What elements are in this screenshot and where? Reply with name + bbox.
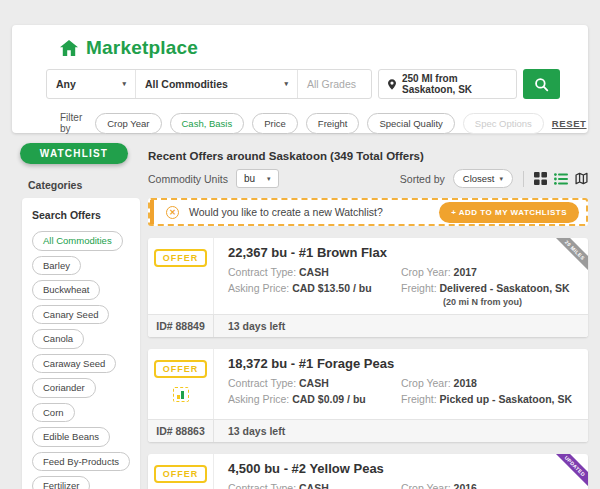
location-input[interactable]: 250 MI from Saskatoon, SK [378,69,517,99]
chevron-down-icon [267,175,271,183]
freight-label: Freight: [401,282,437,294]
chevron-down-icon [122,80,126,88]
dismiss-circle-icon[interactable] [166,206,179,219]
map-view-icon[interactable] [575,172,588,185]
offer-time-left: 13 days left [214,315,588,337]
offer-badge: OFFER [154,360,208,378]
asking-price-value: CAD $0.09 / bu [292,393,366,405]
sidebar: WATCHLIST Categories Search Offers All C… [12,143,140,489]
offer-badge: OFFER [154,465,208,483]
filter-pill-crop-year[interactable]: Crop Year [95,113,161,134]
search-button[interactable] [523,69,560,99]
filter-pill-price[interactable]: Price [252,113,298,134]
offer-time-left: 13 days left [214,420,588,442]
search-group: Any All Commodities All Grades [46,69,372,99]
categories-panel: Search Offers All Commodities Barley Buc… [22,198,140,489]
offer-card[interactable]: 20 MILES OFFER 22,367 bu - #1 Brown Flax… [148,238,588,337]
commodity-units-label: Commodity Units [148,173,228,185]
filter-by-label: Filter by [60,112,82,134]
home-icon [60,40,78,56]
crop-year-label: Crop Year: [401,266,451,278]
offer-badge-column: OFFER [148,238,214,314]
category-canola[interactable]: Canola [32,329,84,349]
offer-title: 22,367 bu - #1 Brown Flax [228,245,574,260]
offer-body: 22,367 bu - #1 Brown Flax Contract Type:… [214,238,588,314]
offer-title: 4,500 bu - #2 Yellow Peas [228,461,574,476]
asking-price-label: Asking Price: [228,282,289,294]
category-canary-seed[interactable]: Canary Seed [32,305,109,325]
header-card: Marketplace Any All Commodities All Grad… [12,25,588,133]
category-corn[interactable]: Corn [32,403,75,423]
commodity-units-select[interactable]: bu [236,169,279,188]
offer-type-select[interactable]: Any [47,70,135,98]
category-edible-beans[interactable]: Edible Beans [32,427,110,447]
results-heading: Recent Offers around Saskatoon (349 Tota… [148,150,588,162]
watchlist-button[interactable]: WATCHLIST [20,143,128,164]
search-icon [534,77,549,92]
offer-footer: ID# 88863 13 days left [148,419,588,442]
chart-icon [173,387,189,402]
category-buckwheat[interactable]: Buckwheat [32,280,100,300]
filter-pill-spec-options: Spec Options [463,113,544,134]
brand: Marketplace [60,37,560,59]
category-all-commodities[interactable]: All Commodities [32,231,123,251]
offer-id: ID# 88849 [148,315,214,337]
grades-input[interactable]: All Grades [297,70,371,98]
freight-label: Freight: [401,393,437,405]
sorted-by-label: Sorted by [400,173,445,185]
offer-badge: OFFER [154,249,208,267]
sort-select[interactable]: Closest [453,169,513,188]
offer-id: ID# 88863 [148,420,214,442]
category-feed-by-products[interactable]: Feed By-Products [32,452,130,472]
category-barley[interactable]: Barley [32,256,81,276]
page-title: Marketplace [86,37,198,59]
corner-ribbon: UPDATED [556,454,588,486]
offers-main: Recent Offers around Saskatoon (349 Tota… [148,150,588,489]
chevron-down-icon [284,80,288,88]
offer-body: 4,500 bu - #2 Yellow Peas Contract Type:… [214,454,588,489]
filter-pill-cash-basis[interactable]: Cash, Basis [170,113,245,134]
filter-pill-special-quality[interactable]: Special Quality [367,113,454,134]
contract-type-value: CASH [299,482,329,489]
chevron-down-icon [499,175,503,183]
filter-bar: Filter by Crop Year Cash, Basis Price Fr… [60,112,560,134]
list-view-icon[interactable] [554,173,568,185]
contract-type-label: Contract Type: [228,266,296,278]
category-caraway-seed[interactable]: Caraway Seed [32,354,116,374]
filter-pill-freight[interactable]: Freight [306,113,360,134]
banner-message: Would you like to create a new Watchlist… [189,206,383,218]
freight-distance-note: (20 mi N from you) [443,297,574,308]
grid-view-icon[interactable] [534,172,547,185]
offer-card[interactable]: OFFER 18,372 bu - #1 Forage Peas Contrac… [148,349,588,442]
location-pin-icon [388,79,396,90]
crop-year-label: Crop Year: [401,482,451,489]
reset-filters-link[interactable]: RESET [552,118,587,129]
contract-type-label: Contract Type: [228,377,296,389]
offer-title: 18,372 bu - #1 Forage Peas [228,356,574,371]
watchlist-banner: Would you like to create a new Watchlist… [148,198,588,226]
offer-badge-column: OFFER [148,349,214,419]
offer-footer: ID# 88849 13 days left [148,314,588,337]
crop-year-value: 2018 [454,377,477,389]
freight-value: Picked up - Saskatoon, SK [440,393,572,405]
search-bar: Any All Commodities All Grades 250 MI fr… [46,69,560,99]
asking-price-value: CAD $13.50 / bu [292,282,371,294]
asking-price-label: Asking Price: [228,393,289,405]
offer-card[interactable]: UPDATED OFFER 4,500 bu - #2 Yellow Peas … [148,454,588,489]
categories-heading: Categories [28,179,140,191]
crop-year-label: Crop Year: [401,377,451,389]
add-to-watchlists-button[interactable]: + ADD TO MY WATCHLISTS [439,202,579,223]
commodity-select[interactable]: All Commodities [135,70,297,98]
crop-year-value: 2016 [454,482,477,489]
contract-type-value: CASH [299,266,329,278]
crop-year-value: 2017 [454,266,477,278]
corner-ribbon: 20 MILES [556,238,588,270]
contract-type-value: CASH [299,377,329,389]
contract-type-label: Contract Type: [228,482,296,489]
search-offers-title: Search Offers [32,209,132,221]
freight-value: Delivered - Saskatoon, SK [440,282,570,294]
category-coriander[interactable]: Coriander [32,378,96,398]
offer-body: 18,372 bu - #1 Forage Peas Contract Type… [214,349,588,419]
offer-badge-column: OFFER [148,454,214,489]
category-fertilizer[interactable]: Fertilizer [32,476,90,489]
